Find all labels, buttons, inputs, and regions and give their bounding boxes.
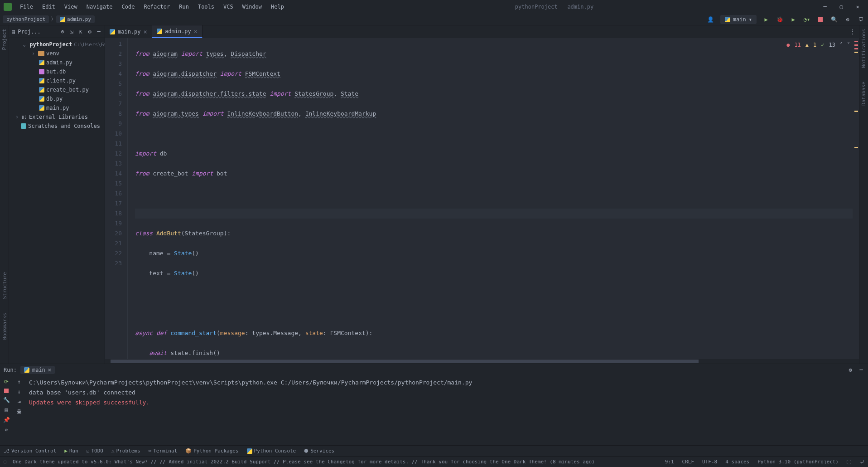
run-tab-main[interactable]: main × [20,366,55,374]
line-separator[interactable]: CRLF [682,459,694,465]
close-button[interactable]: ✕ [854,3,862,11]
console-output[interactable]: C:\Users\Булочки\PycharmProjects\pythonP… [25,376,868,445]
editor-content[interactable]: ●11 ▲1 ✓13 ˄ ˅ 1234567891011121314151617… [105,38,859,359]
menu-edit[interactable]: Edit [39,2,59,12]
tree-file-client[interactable]: client.py [9,76,105,85]
run-button[interactable]: ▶ [762,15,770,24]
wrench-icon[interactable]: 🔧 [3,397,10,403]
tool-run[interactable]: ▶Run [64,448,78,454]
close-icon[interactable]: × [194,28,198,35]
menu-refactor[interactable]: Refactor [140,2,174,12]
gear-icon[interactable]: ⚙ [87,29,93,35]
python-interpreter[interactable]: Python 3.10 (pythonProject) [757,459,839,465]
app-icon [4,3,12,11]
tree-root[interactable]: ⌄ pythonProject C:\Users\Булоч [9,40,105,49]
tool-services[interactable]: ⬢Services [304,448,334,454]
tab-admin[interactable]: admin.py × [152,25,203,38]
terminal-icon: ⌨ [149,448,152,454]
rerun-button[interactable]: ⟳ [4,379,9,385]
tree-external-libraries[interactable]: › ⫾⫾ External Libraries [9,112,105,122]
profile-button[interactable]: ◔▾ [803,15,811,24]
hide-icon[interactable]: ─ [96,29,102,35]
python-icon [157,29,162,34]
chevron-down-icon[interactable]: ˅ [847,42,850,48]
search-everywhere-button[interactable]: 🔍 [830,15,838,24]
notifications-status-icon[interactable]: 🗩 [859,459,864,465]
tool-todo[interactable]: ☑TODO [87,448,103,454]
locate-file-icon[interactable]: ⊙ [59,29,66,35]
indent-setting[interactable]: 4 spaces [725,459,749,465]
breadcrumb-file[interactable]: admin.py [56,15,95,23]
menu-navigate[interactable]: Navigate [83,2,116,12]
folder-icon: ▤ [12,29,15,35]
breadcrumb-project[interactable]: pythonProject [3,15,49,23]
inspection-summary[interactable]: ●11 ▲1 ✓13 ˄ ˅ [785,41,852,49]
console-line: data base 'users.db' connected [29,388,864,398]
menu-vcs[interactable]: VCS [220,2,237,12]
maximize-button[interactable]: ▢ [837,3,845,11]
more-icon[interactable]: » [5,427,8,433]
print-icon[interactable]: 🖶 [16,409,22,415]
soft-wrap-icon[interactable]: ⇥ [17,399,20,405]
up-icon[interactable]: ↑ [17,379,20,385]
stop-button[interactable] [4,389,9,393]
tool-terminal[interactable]: ⌨Terminal [149,448,178,454]
tool-python-console[interactable]: Python Console [247,448,296,454]
hide-icon[interactable]: ─ [858,367,864,373]
file-encoding[interactable]: UTF-8 [702,459,717,465]
database-tool-tab[interactable]: Database [861,82,867,106]
tab-main[interactable]: main.py × [105,25,152,38]
gear-icon[interactable]: ⚙ [847,367,854,373]
editor-horizontal-scrollbar[interactable] [105,359,859,364]
run-coverage-button[interactable]: ▶ [789,15,797,24]
tree-file-but[interactable]: but.db [9,67,105,76]
lock-icon[interactable] [847,460,851,464]
settings-button[interactable]: ⚙ [844,15,852,24]
tool-problems[interactable]: ⚠Problems [111,448,140,454]
stop-button[interactable] [816,15,825,24]
chevron-up-icon[interactable]: ˄ [840,42,843,48]
menu-run[interactable]: Run [175,2,193,12]
project-tool-tab[interactable]: Project [1,29,7,50]
tree-file-create-bot[interactable]: create_bot.py [9,85,105,94]
tree-file-main[interactable]: main.py [9,103,105,112]
notifications-tool-tab[interactable]: Notifications [861,29,867,68]
editor-tabs: main.py × admin.py × ⋮ [105,25,859,38]
services-icon: ⬢ [304,448,309,454]
todo-icon[interactable]: ☐ [4,459,7,465]
tree-venv[interactable]: › venv [9,49,105,58]
tree-scratches[interactable]: Scratches and Consoles [9,122,105,131]
minimize-button[interactable]: ─ [821,3,829,11]
menu-file[interactable]: File [16,2,37,12]
tool-version-control[interactable]: ⎇Version Control [4,448,56,454]
layout-icon[interactable]: ▤ [5,407,8,413]
expand-all-icon[interactable]: ⇲ [68,29,75,35]
run-panel-header: Run: main × ⚙ ─ [0,364,868,376]
code-editor[interactable]: from aiogram import types, Dispatcher fr… [128,38,853,359]
tree-file-admin[interactable]: admin.py [9,58,105,67]
tool-python-packages[interactable]: 📦Python Packages [185,448,238,454]
menu-code[interactable]: Code [118,2,139,12]
close-icon[interactable]: × [144,28,147,35]
structure-tool-tab[interactable]: Structure [2,272,8,299]
python-icon [247,448,252,454]
menu-help[interactable]: Help [267,2,288,12]
bookmarks-tool-tab[interactable]: Bookmarks [2,313,8,340]
tabs-more-icon[interactable]: ⋮ [846,29,859,35]
notifications-button[interactable]: 🗩 [857,15,865,24]
add-user-icon[interactable]: 👤 [707,15,715,24]
close-icon[interactable]: × [48,367,51,373]
caret-position[interactable]: 9:1 [665,459,674,465]
pin-icon[interactable]: 📌 [3,417,10,423]
run-configuration-selector[interactable]: main ▾ [720,15,757,24]
menu-view[interactable]: View [61,2,81,12]
collapse-all-icon[interactable]: ⇱ [77,29,84,35]
menu-tools[interactable]: Tools [194,2,218,12]
tree-file-db[interactable]: db.py [9,94,105,103]
down-icon[interactable]: ↓ [17,389,20,395]
debug-button[interactable]: 🐞 [776,15,784,24]
menu-window[interactable]: Window [239,2,265,12]
python-icon [39,105,44,111]
error-stripe[interactable] [853,38,859,359]
python-icon [24,367,29,373]
